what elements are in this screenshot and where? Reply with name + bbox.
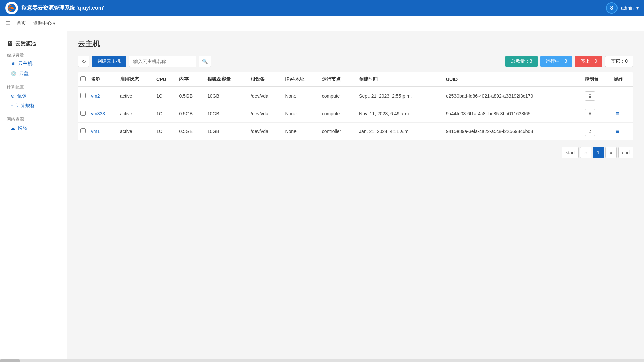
- row-console-col: 🖥: [582, 105, 611, 123]
- sidebar-compute-label: 计算配置: [0, 82, 67, 91]
- row-status: active: [117, 87, 154, 105]
- row-created: Nov. 11, 2023, 6:49 a.m.: [356, 105, 443, 123]
- search-icon: 🔍: [202, 59, 208, 64]
- image-icon: ⊙: [11, 93, 15, 99]
- console-button-0[interactable]: 🖥: [585, 91, 595, 101]
- col-console: 控制台: [582, 72, 611, 87]
- row-cpu: 1C: [154, 105, 176, 123]
- vm-table: 名称 启用状态 CPU 内存 根磁盘容量 根设备 IPv4地址 运行节点 创建时…: [78, 72, 633, 140]
- select-all-col: [78, 72, 88, 87]
- user-caret-icon: ▾: [636, 5, 639, 11]
- sidebar-item-vm[interactable]: 🖥 云主机: [0, 59, 67, 69]
- pagination-next[interactable]: »: [605, 147, 617, 158]
- row-disk: 10GB: [205, 123, 248, 140]
- row-root-device: /dev/vda: [248, 123, 282, 140]
- avatar: 8: [606, 2, 618, 14]
- console-icon: 🖥: [588, 111, 592, 116]
- create-vm-button[interactable]: 创建云主机: [92, 56, 126, 67]
- disk-icon: 💿: [11, 71, 16, 76]
- sidebar-virtual-label: 虚拟资源: [0, 50, 67, 59]
- sidebar-item-network[interactable]: ☁ 网络: [0, 123, 67, 133]
- row-name: vm333: [88, 105, 117, 123]
- refresh-icon: ↻: [82, 58, 86, 65]
- action-menu-button-1[interactable]: ≡: [614, 110, 622, 118]
- row-checkbox-0[interactable]: [80, 93, 86, 98]
- scrollbar-thumb[interactable]: [0, 359, 20, 362]
- row-name: vm1: [88, 123, 117, 140]
- sidebar: 🖥 云资源池 虚拟资源 🖥 云主机 💿 云盘 计算配置 ⊙ 镜像 ≡ 计算规格: [0, 31, 67, 362]
- row-uuid: 9a44fe03-6f1a-4c8f-bd85-3bb011638f65: [443, 105, 582, 123]
- scrollbar[interactable]: [0, 359, 644, 362]
- row-node: compute: [319, 105, 356, 123]
- menu-icon[interactable]: ☰: [5, 20, 10, 26]
- row-memory: 0.5GB: [176, 87, 205, 105]
- table-row: vm1 active 1C 0.5GB 10GB /dev/vda None c…: [78, 123, 633, 140]
- network-icon: ☁: [11, 125, 15, 131]
- vm-table-container: 名称 启用状态 CPU 内存 根磁盘容量 根设备 IPv4地址 运行节点 创建时…: [78, 72, 633, 140]
- content-area: 云主机 ↻ 创建云主机 🔍 总数量：3 运行中：3 停止：0 其它：0: [67, 31, 644, 362]
- row-checkbox-col: [78, 105, 88, 123]
- sidebar-network-group: 网络资源 ☁ 网络: [0, 114, 67, 133]
- row-status: active: [117, 105, 154, 123]
- console-button-2[interactable]: 🖥: [585, 127, 595, 136]
- row-console-col: 🖥: [582, 87, 611, 105]
- console-icon: 🖥: [588, 129, 592, 134]
- app-logo: [5, 2, 18, 14]
- subnav-home[interactable]: 首页: [17, 20, 26, 26]
- subnav-resources[interactable]: 资源中心 ▾: [33, 20, 55, 26]
- sidebar-network-label: 网络资源: [0, 114, 67, 123]
- sidebar-item-image[interactable]: ⊙ 镜像: [0, 91, 67, 101]
- row-checkbox-1[interactable]: [80, 111, 86, 116]
- search-input[interactable]: [129, 56, 196, 67]
- col-cpu: CPU: [154, 72, 176, 87]
- page-title: 云主机: [78, 39, 633, 49]
- row-ipv4: None: [282, 105, 319, 123]
- table-header-row: 名称 启用状态 CPU 内存 根磁盘容量 根设备 IPv4地址 运行节点 创建时…: [78, 72, 633, 87]
- sidebar-item-spec[interactable]: ≡ 计算规格: [0, 101, 67, 111]
- pagination-end[interactable]: end: [618, 147, 633, 158]
- row-console-col: 🖥: [582, 123, 611, 140]
- pagination-prev[interactable]: «: [580, 147, 591, 158]
- row-checkbox-2[interactable]: [80, 128, 86, 133]
- refresh-button[interactable]: ↻: [78, 56, 89, 67]
- username-dropdown[interactable]: admin ▾: [621, 5, 639, 11]
- row-checkbox-col: [78, 87, 88, 105]
- toolbar: ↻ 创建云主机 🔍 总数量：3 运行中：3 停止：0 其它：0: [78, 56, 633, 67]
- col-actions: 操作: [611, 72, 633, 87]
- row-memory: 0.5GB: [176, 105, 205, 123]
- resources-caret-icon: ▾: [53, 21, 55, 26]
- select-all-checkbox[interactable]: [80, 76, 86, 81]
- row-uuid: 9415e89a-3efa-4a22-a5c8-f22569846bd8: [443, 123, 582, 140]
- sidebar-compute-group: 计算配置 ⊙ 镜像 ≡ 计算规格: [0, 82, 67, 111]
- vm-icon: 🖥: [11, 61, 15, 66]
- table-row: vm333 active 1C 0.5GB 10GB /dev/vda None…: [78, 105, 633, 123]
- row-checkbox-col: [78, 123, 88, 140]
- row-actions-col: ≡: [611, 123, 633, 140]
- console-button-1[interactable]: 🖥: [585, 109, 595, 118]
- row-actions-col: ≡: [611, 105, 633, 123]
- console-icon: 🖥: [588, 93, 592, 99]
- subnav: ☰ 首页 资源中心 ▾: [0, 16, 644, 31]
- pagination-start[interactable]: start: [562, 147, 578, 158]
- row-node: controller: [319, 123, 356, 140]
- navbar: 秋意零云资源管理系统 'qiuyl.com' 8 admin ▾: [0, 0, 644, 16]
- app-title: 秋意零云资源管理系统 'qiuyl.com': [21, 5, 104, 12]
- table-row: vm2 active 1C 0.5GB 10GB /dev/vda None c…: [78, 87, 633, 105]
- badge-stopped: 停止：0: [575, 56, 602, 67]
- spec-icon: ≡: [11, 103, 13, 109]
- row-root-device: /dev/vda: [248, 87, 282, 105]
- action-menu-button-0[interactable]: ≡: [614, 92, 622, 100]
- vm-table-body: vm2 active 1C 0.5GB 10GB /dev/vda None c…: [78, 87, 633, 140]
- col-name: 名称: [88, 72, 117, 87]
- col-memory: 内存: [176, 72, 205, 87]
- pagination: start « 1 » end: [78, 140, 633, 158]
- row-disk: 10GB: [205, 87, 248, 105]
- sidebar-item-disk[interactable]: 💿 云盘: [0, 69, 67, 79]
- sidebar-virtual-group: 虚拟资源 🖥 云主机 💿 云盘: [0, 50, 67, 79]
- action-menu-button-2[interactable]: ≡: [614, 127, 622, 136]
- row-node: compute: [319, 87, 356, 105]
- pagination-page-1[interactable]: 1: [593, 147, 604, 158]
- row-memory: 0.5GB: [176, 123, 205, 140]
- row-cpu: 1C: [154, 87, 176, 105]
- search-button[interactable]: 🔍: [199, 56, 211, 67]
